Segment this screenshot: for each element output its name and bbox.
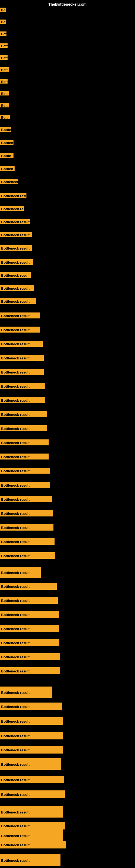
bottleneck-item: Bottleneck result [0, 703, 62, 710]
bottleneck-item: Bottleneck result [0, 327, 40, 333]
bottleneck-item: Bottleneck result [0, 482, 50, 488]
bottleneck-item: Bottleneck result [0, 524, 53, 531]
bottleneck-item: Bottleneck result [0, 732, 63, 739]
bottleneck-item: Bottleneck result [0, 439, 49, 445]
bottleneck-item: Bottleneck result [0, 717, 63, 725]
bottleneck-item: Bottlen [0, 166, 14, 171]
bottleneck-item: Bottleneck result [0, 510, 53, 517]
bottleneck-item: Bottleneck result [0, 776, 64, 783]
bottleneck-item: Bottleneck result [0, 219, 30, 224]
bottleneck-item: Bottleneck result [0, 383, 45, 389]
bottleneck-item: Bottleneck result [0, 496, 52, 502]
bottleneck-item: Bottlen [0, 140, 13, 145]
bottleneck-item: Bottleneck result [0, 653, 60, 660]
bottleneck-item: Bottleneck result [0, 686, 52, 698]
bottleneck-item: Bottleneck result [0, 758, 61, 770]
bottleneck-item: Bottleneck result [0, 245, 32, 251]
bottleneck-item: Bot [0, 31, 6, 36]
bottleneck-item: Bott [0, 43, 8, 48]
bottleneck-item: Bottleneck result [0, 854, 60, 866]
bottleneck-item: Bott [0, 55, 8, 60]
bottleneck-item: Bottleneck result [0, 369, 44, 375]
bottleneck-item: Bottleneck result [0, 538, 54, 545]
bottleneck-item: Bottle [0, 127, 11, 132]
bottleneck-item: Bottleneck result [0, 841, 66, 848]
bottleneck-item: Bottl [0, 103, 9, 107]
bottleneck-item: Bo [0, 8, 6, 12]
bottleneck-item: Bottleneck result [0, 746, 63, 753]
bottleneck-item: Bottleneck result [0, 285, 34, 291]
bottleneck-item: Bottleneck result [0, 830, 63, 841]
bottleneck-item: Bott [0, 79, 8, 84]
bottleneck-item: Bottleneck resu [0, 272, 31, 278]
bottleneck-item: Bottleneck result [0, 341, 43, 347]
bottleneck-item: Bottleneck resu [0, 193, 27, 198]
bottleneck-item: Bottleneck result [0, 232, 32, 237]
bottleneck-item: Bottleneck result [0, 259, 33, 265]
bottleneck-item: Bottleneck result [0, 790, 65, 798]
bottleneck-item: Bottleneck result [0, 355, 44, 361]
bottleneck-item: Bottleneck result [0, 454, 49, 460]
bottleneck-item: Bottleneck result [0, 611, 59, 618]
bottleneck-item: Bottleneck result [0, 597, 58, 604]
bottleneck-item: Bottleneck result [0, 552, 55, 559]
bottleneck-item: Bottleneck result [0, 567, 41, 578]
site-title: TheBottlenecker.com [48, 2, 87, 6]
bottleneck-item: Bottleneck result [0, 806, 63, 817]
bottleneck-item: Bott [0, 91, 9, 95]
bottleneck-item: Bottleneck result [0, 625, 59, 632]
bottleneck-item: Bottl [0, 67, 9, 72]
bottleneck-item: Bottl [0, 115, 10, 119]
bottleneck-item: Bottleneck result [0, 397, 45, 403]
bottleneck-item: Bottleneck result [0, 312, 40, 318]
bottleneck-item: Bottleneck re [0, 206, 24, 211]
bottleneck-item: Bo [0, 20, 6, 24]
bottleneck-item: Bottleneck result [0, 583, 57, 590]
bottleneck-item: Bottleneck result [0, 822, 65, 830]
bottleneck-item: Bottleneck result [0, 299, 36, 304]
bottleneck-item: Bottleneck result [0, 411, 47, 417]
bottleneck-item: Bottleneck [0, 179, 18, 184]
bottleneck-item: Bottleneck result [0, 639, 59, 646]
bottleneck-item: Bottleneck result [0, 425, 47, 431]
bottleneck-item: Bottleneck result [0, 468, 50, 474]
bottleneck-item: Bottleneck result [0, 667, 60, 674]
bottleneck-item: Bottle [0, 153, 13, 158]
